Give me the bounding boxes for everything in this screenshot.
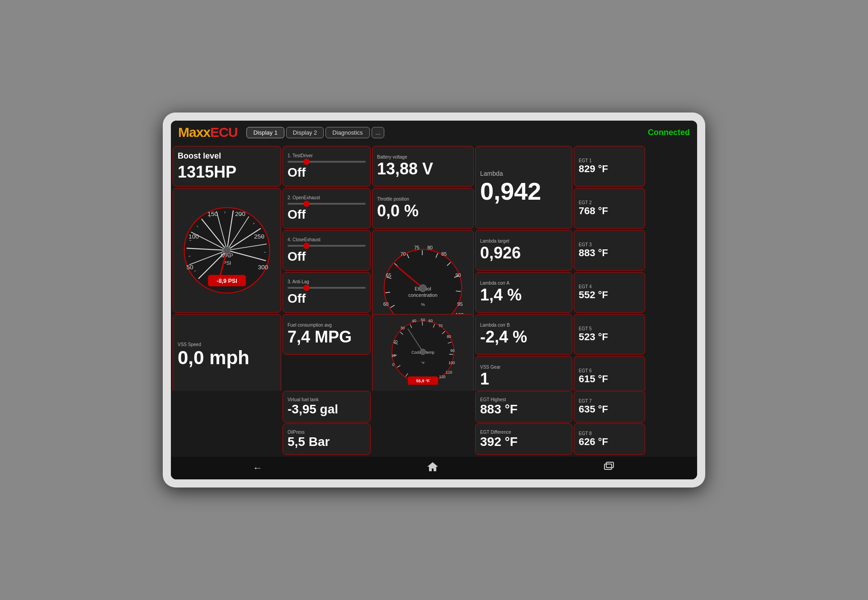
svg-text:70: 70 [439, 323, 443, 328]
anti-lag-card: 3. Anti-Lag Off [283, 272, 371, 313]
throttle-label: Throttle position [377, 197, 469, 202]
coolant-gauge-svg: 0 10 20 30 40 50 60 70 80 90 100 110 120… [379, 317, 467, 391]
svg-text:%: % [421, 301, 425, 306]
tablet-frame: MaxxECU Display 1 Display 2 Diagnostics … [163, 112, 705, 488]
vss-gear-value: 1 [480, 370, 567, 389]
vss-speed-value: 0,0 mph [178, 347, 276, 369]
egt2-label: EGT 2 [579, 200, 640, 205]
svg-line-73 [449, 354, 453, 355]
svg-text:40: 40 [412, 319, 416, 323]
lambda-corr-b-value: -2,4 % [480, 328, 567, 347]
svg-text:80: 80 [427, 244, 433, 250]
egt6-card: EGT 6 615 °F [574, 356, 645, 391]
toggle-track-2 [288, 203, 366, 205]
vss-gear-card: VSS Gear 1 [475, 356, 572, 391]
close-exhaust-toggle [288, 242, 366, 249]
extra-row: Virtual fuel tank -3,95 gal EGT Highest … [171, 391, 697, 423]
virtual-tank-label: Virtual fuel tank [288, 397, 366, 402]
test-driver-toggle [288, 158, 366, 165]
fuel-avg-card: Fuel consumption avg 7,4 MPG [283, 314, 371, 355]
anti-lag-value: Off [288, 291, 366, 306]
svg-text:60: 60 [429, 319, 433, 323]
svg-text:300: 300 [258, 264, 268, 271]
svg-text:30: 30 [401, 326, 405, 330]
svg-text:50: 50 [421, 318, 425, 322]
boost-level-card: Boost level 1315HP [173, 146, 281, 187]
tablet-screen: MaxxECU Display 1 Display 2 Diagnostics … [171, 121, 697, 479]
recent-button[interactable] [603, 460, 615, 476]
svg-text:200: 200 [235, 211, 245, 217]
svg-text:20: 20 [393, 339, 398, 344]
open-exhaust-toggle [288, 200, 366, 207]
egt-highest-value: 883 °F [480, 402, 567, 417]
egt3-value: 883 °F [579, 247, 640, 259]
logo-ecu: ECU [210, 125, 237, 140]
svg-text:65: 65 [386, 272, 391, 278]
toggle-track-3 [288, 245, 366, 247]
svg-text:90: 90 [456, 272, 461, 278]
test-driver-label: 1. TestDriver [288, 153, 366, 158]
oil-press-value: 5,5 Bar [288, 435, 366, 449]
lambda-corr-b-label: Lambda corr B [480, 323, 567, 328]
battery-label: Battery voltage [377, 155, 469, 159]
home-button[interactable] [426, 460, 439, 476]
close-exhaust-label: 4. CloseExhaust [288, 237, 366, 242]
lambda-card: Lambda 0,942 [475, 146, 572, 229]
egt1-value: 829 °F [579, 163, 640, 175]
tab-more[interactable]: ... [372, 127, 385, 138]
svg-point-59 [420, 284, 427, 291]
map-gauge-svg: 50 100 150 200 250 300 MAP PSI -8,9 PSI [179, 203, 274, 298]
egt8-value: 626 °F [579, 436, 640, 448]
close-exhaust-value: Off [288, 249, 366, 264]
egt1-label: EGT 1 [579, 158, 640, 163]
tab-display1[interactable]: Display 1 [246, 127, 284, 138]
toggle-track-4 [288, 287, 366, 289]
egt8-card: EGT 8 626 °F [574, 423, 645, 455]
svg-line-13 [189, 256, 190, 257]
toggle-dot-3 [303, 243, 310, 249]
egt3-label: EGT 3 [579, 242, 640, 247]
test-driver-card: 1. TestDriver Off [283, 146, 371, 187]
egt6-label: EGT 6 [579, 368, 640, 373]
egt-highest-card: EGT Highest 883 °F [475, 391, 572, 422]
header: MaxxECU Display 1 Display 2 Diagnostics … [171, 121, 697, 144]
open-exhaust-value: Off [288, 207, 366, 222]
anti-lag-label: 3. Anti-Lag [288, 279, 366, 284]
svg-marker-93 [427, 462, 438, 471]
tab-diagnostics[interactable]: Diagnostics [326, 127, 369, 138]
anti-lag-toggle [288, 284, 366, 291]
lambda-target-value: 0,926 [480, 244, 567, 262]
svg-text:50: 50 [187, 264, 194, 271]
throttle-value: 0,0 % [377, 202, 469, 220]
map-gauge-card: 50 100 150 200 250 300 MAP PSI -8,9 PSI [173, 188, 281, 313]
egt4-value: 552 °F [579, 289, 640, 301]
dashboard: Boost level 1315HP [171, 144, 697, 391]
throttle-card: Throttle position 0,0 % [372, 188, 474, 229]
lambda-corr-a-label: Lambda corr A [480, 281, 567, 286]
extra-row-2: OilPress 5,5 Bar EGT Difference 392 °F E… [171, 423, 697, 457]
egt5-card: EGT 5 523 °F [574, 314, 645, 355]
virtual-tank-value: -3,95 gal [288, 402, 366, 417]
logo-maxx: Maxx [178, 125, 210, 140]
egt7-card: EGT 7 635 °F [574, 391, 645, 422]
egt-diff-label: EGT Difference [480, 430, 567, 435]
connection-status: Connected [648, 128, 690, 137]
svg-text:85: 85 [441, 251, 447, 256]
svg-text:60: 60 [383, 301, 389, 306]
svg-text:55,9 °F: 55,9 °F [416, 379, 429, 383]
egt-diff-card: EGT Difference 392 °F [475, 423, 572, 455]
fuel-avg-value: 7,4 MPG [288, 328, 366, 347]
egt4-label: EGT 4 [579, 284, 640, 289]
tab-display2[interactable]: Display 2 [286, 127, 324, 138]
boost-label: Boost level [178, 151, 276, 161]
svg-text:90: 90 [450, 348, 455, 353]
lambda-corr-b-card: Lambda corr B -2,4 % [475, 314, 572, 355]
svg-text:10: 10 [391, 353, 396, 358]
svg-text:-8,9 PSI: -8,9 PSI [217, 278, 237, 284]
back-button[interactable]: ← [253, 462, 263, 474]
svg-text:95: 95 [457, 301, 462, 306]
lambda-corr-a-card: Lambda corr A 1,4 % [475, 272, 572, 313]
egt5-value: 523 °F [579, 331, 640, 343]
svg-text:70: 70 [401, 251, 406, 256]
svg-text:80: 80 [447, 334, 451, 339]
